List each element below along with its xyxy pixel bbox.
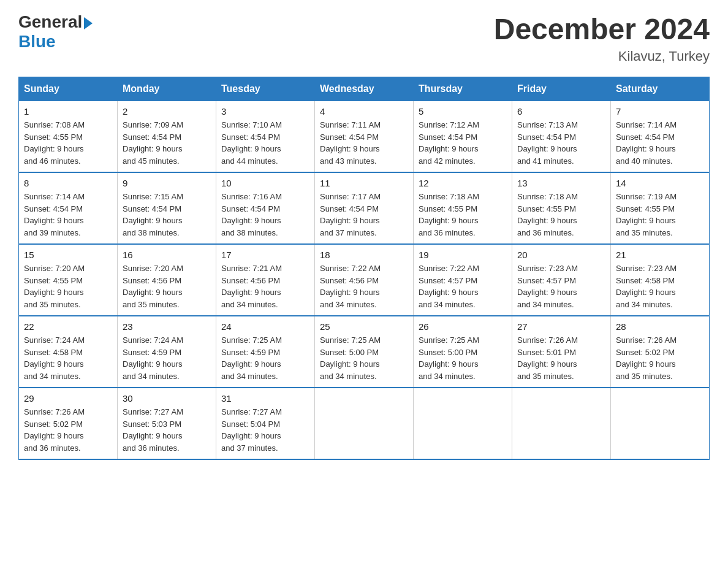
calendar-week-row: 1 Sunrise: 7:08 AM Sunset: 4:55 PM Dayli… [19,101,710,173]
day-info: Sunrise: 7:18 AM Sunset: 4:55 PM Dayligh… [419,191,507,239]
day-number: 23 [123,321,211,332]
calendar-cell: 7 Sunrise: 7:14 AM Sunset: 4:54 PM Dayli… [611,101,710,173]
day-header-wednesday: Wednesday [315,77,414,101]
day-number: 31 [221,393,309,404]
calendar-week-row: 15 Sunrise: 7:20 AM Sunset: 4:55 PM Dayl… [19,244,710,316]
day-number: 9 [123,178,211,188]
calendar-cell: 18 Sunrise: 7:22 AM Sunset: 4:56 PM Dayl… [315,244,414,316]
day-header-thursday: Thursday [414,77,512,101]
calendar-cell: 23 Sunrise: 7:24 AM Sunset: 4:59 PM Dayl… [118,316,216,388]
calendar-cell: 20 Sunrise: 7:23 AM Sunset: 4:57 PM Dayl… [512,244,611,316]
day-info: Sunrise: 7:22 AM Sunset: 4:56 PM Dayligh… [320,262,408,310]
day-info: Sunrise: 7:23 AM Sunset: 4:58 PM Dayligh… [616,262,704,310]
logo-arrow-icon [84,17,93,29]
calendar-cell: 11 Sunrise: 7:17 AM Sunset: 4:54 PM Dayl… [315,172,414,244]
day-number: 20 [517,250,605,260]
day-info: Sunrise: 7:15 AM Sunset: 4:54 PM Dayligh… [123,191,211,239]
day-header-monday: Monday [118,77,216,101]
day-info: Sunrise: 7:25 AM Sunset: 5:00 PM Dayligh… [320,334,408,382]
day-info: Sunrise: 7:14 AM Sunset: 4:54 PM Dayligh… [24,191,112,239]
day-info: Sunrise: 7:16 AM Sunset: 4:54 PM Dayligh… [221,191,309,239]
calendar-header: SundayMondayTuesdayWednesdayThursdayFrid… [19,77,710,101]
title-section: December 2024 Kilavuz, Turkey [494,12,710,64]
calendar-cell: 3 Sunrise: 7:10 AM Sunset: 4:54 PM Dayli… [216,101,315,173]
calendar-cell: 4 Sunrise: 7:11 AM Sunset: 4:54 PM Dayli… [315,101,414,173]
calendar-cell: 28 Sunrise: 7:26 AM Sunset: 5:02 PM Dayl… [611,316,710,388]
day-info: Sunrise: 7:22 AM Sunset: 4:57 PM Dayligh… [419,262,507,310]
day-info: Sunrise: 7:11 AM Sunset: 4:54 PM Dayligh… [320,119,408,167]
day-number: 3 [221,106,309,117]
day-info: Sunrise: 7:26 AM Sunset: 5:02 PM Dayligh… [616,334,704,382]
day-info: Sunrise: 7:13 AM Sunset: 4:54 PM Dayligh… [517,119,605,167]
day-number: 15 [24,250,112,260]
logo: General Blue [18,12,93,52]
calendar-cell: 16 Sunrise: 7:20 AM Sunset: 4:56 PM Dayl… [118,244,216,316]
day-number: 19 [419,250,507,260]
calendar-cell: 15 Sunrise: 7:20 AM Sunset: 4:55 PM Dayl… [19,244,118,316]
day-number: 30 [123,393,211,404]
day-number: 25 [320,321,408,332]
main-title: December 2024 [494,12,710,46]
day-info: Sunrise: 7:23 AM Sunset: 4:57 PM Dayligh… [517,262,605,310]
calendar-cell: 26 Sunrise: 7:25 AM Sunset: 5:00 PM Dayl… [414,316,512,388]
day-number: 2 [123,106,211,117]
day-number: 1 [24,106,112,117]
calendar-cell: 27 Sunrise: 7:26 AM Sunset: 5:01 PM Dayl… [512,316,611,388]
day-number: 26 [419,321,507,332]
calendar-week-row: 22 Sunrise: 7:24 AM Sunset: 4:58 PM Dayl… [19,316,710,388]
calendar-cell: 12 Sunrise: 7:18 AM Sunset: 4:55 PM Dayl… [414,172,512,244]
calendar-cell: 6 Sunrise: 7:13 AM Sunset: 4:54 PM Dayli… [512,101,611,173]
day-number: 24 [221,321,309,332]
logo-general-text: General [18,12,82,32]
day-header-row: SundayMondayTuesdayWednesdayThursdayFrid… [19,77,710,101]
calendar-cell: 2 Sunrise: 7:09 AM Sunset: 4:54 PM Dayli… [118,101,216,173]
day-info: Sunrise: 7:25 AM Sunset: 5:00 PM Dayligh… [419,334,507,382]
day-info: Sunrise: 7:12 AM Sunset: 4:54 PM Dayligh… [419,119,507,167]
calendar-cell [611,388,710,459]
calendar-cell: 31 Sunrise: 7:27 AM Sunset: 5:04 PM Dayl… [216,388,315,459]
day-number: 8 [24,178,112,188]
day-number: 28 [616,321,704,332]
calendar-cell: 13 Sunrise: 7:18 AM Sunset: 4:55 PM Dayl… [512,172,611,244]
calendar-cell: 17 Sunrise: 7:21 AM Sunset: 4:56 PM Dayl… [216,244,315,316]
day-header-sunday: Sunday [19,77,118,101]
day-number: 17 [221,250,309,260]
calendar-cell: 8 Sunrise: 7:14 AM Sunset: 4:54 PM Dayli… [19,172,118,244]
calendar-cell: 5 Sunrise: 7:12 AM Sunset: 4:54 PM Dayli… [414,101,512,173]
day-header-tuesday: Tuesday [216,77,315,101]
calendar-cell: 22 Sunrise: 7:24 AM Sunset: 4:58 PM Dayl… [19,316,118,388]
day-info: Sunrise: 7:09 AM Sunset: 4:54 PM Dayligh… [123,119,211,167]
calendar-week-row: 29 Sunrise: 7:26 AM Sunset: 5:02 PM Dayl… [19,388,710,459]
day-info: Sunrise: 7:26 AM Sunset: 5:02 PM Dayligh… [24,406,112,454]
day-info: Sunrise: 7:26 AM Sunset: 5:01 PM Dayligh… [517,334,605,382]
calendar-cell [512,388,611,459]
calendar-cell: 1 Sunrise: 7:08 AM Sunset: 4:55 PM Dayli… [19,101,118,173]
day-number: 18 [320,250,408,260]
day-info: Sunrise: 7:20 AM Sunset: 4:56 PM Dayligh… [123,262,211,310]
calendar-cell: 30 Sunrise: 7:27 AM Sunset: 5:03 PM Dayl… [118,388,216,459]
calendar-cell: 9 Sunrise: 7:15 AM Sunset: 4:54 PM Dayli… [118,172,216,244]
calendar-cell [315,388,414,459]
calendar-cell: 29 Sunrise: 7:26 AM Sunset: 5:02 PM Dayl… [19,388,118,459]
calendar-cell: 14 Sunrise: 7:19 AM Sunset: 4:55 PM Dayl… [611,172,710,244]
calendar-table: SundayMondayTuesdayWednesdayThursdayFrid… [18,77,710,460]
day-number: 12 [419,178,507,188]
day-info: Sunrise: 7:25 AM Sunset: 4:59 PM Dayligh… [221,334,309,382]
day-number: 6 [517,106,605,117]
day-number: 13 [517,178,605,188]
day-number: 5 [419,106,507,117]
day-info: Sunrise: 7:19 AM Sunset: 4:55 PM Dayligh… [616,191,704,239]
day-info: Sunrise: 7:21 AM Sunset: 4:56 PM Dayligh… [221,262,309,310]
day-info: Sunrise: 7:24 AM Sunset: 4:59 PM Dayligh… [123,334,211,382]
day-number: 21 [616,250,704,260]
day-header-friday: Friday [512,77,611,101]
calendar-cell: 10 Sunrise: 7:16 AM Sunset: 4:54 PM Dayl… [216,172,315,244]
calendar-cell [414,388,512,459]
day-number: 11 [320,178,408,188]
logo-blue-text: Blue [18,32,93,52]
day-info: Sunrise: 7:14 AM Sunset: 4:54 PM Dayligh… [616,119,704,167]
day-number: 22 [24,321,112,332]
day-info: Sunrise: 7:18 AM Sunset: 4:55 PM Dayligh… [517,191,605,239]
calendar-week-row: 8 Sunrise: 7:14 AM Sunset: 4:54 PM Dayli… [19,172,710,244]
day-info: Sunrise: 7:10 AM Sunset: 4:54 PM Dayligh… [221,119,309,167]
